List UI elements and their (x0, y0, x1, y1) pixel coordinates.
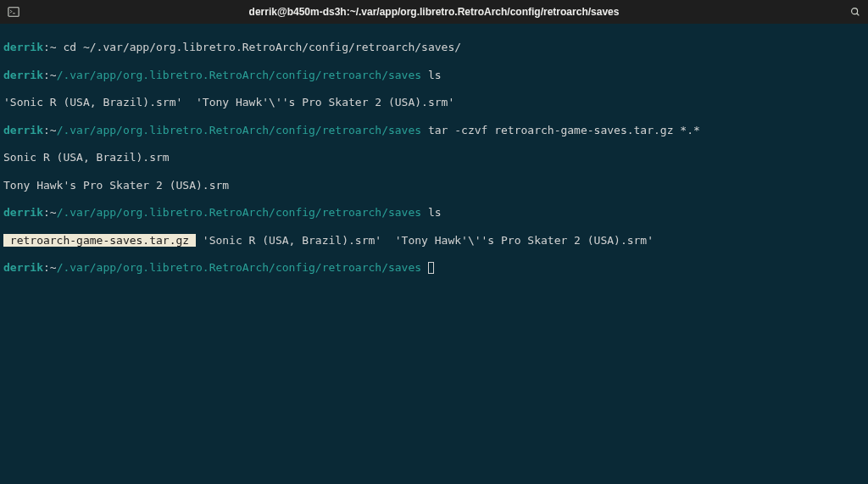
prompt-path: /.var/app/org.libretro.RetroArch/config/… (57, 124, 421, 136)
prompt-user: derrik (3, 41, 43, 53)
command-text: ls (421, 69, 441, 81)
svg-line-3 (857, 14, 860, 16)
svg-rect-0 (8, 8, 19, 17)
prompt-path: /.var/app/org.libretro.RetroArch/config/… (57, 206, 421, 219)
window-titlebar: derrik@b450m-ds3h:~/.var/app/org.libretr… (0, 0, 868, 24)
svg-point-2 (852, 8, 858, 14)
prompt-colon: : (43, 206, 50, 219)
prompt-tilde: ~ (50, 261, 57, 274)
terminal-line: derrik:~ cd ~/.var/app/org.libretro.Retr… (3, 41, 865, 54)
search-icon[interactable] (849, 6, 861, 18)
terminal-line: derrik:~/.var/app/org.libretro.RetroArch… (3, 124, 865, 137)
terminal-line: retroarch-game-saves.tar.gz 'Sonic R (US… (3, 234, 865, 248)
terminal-line: Tony Hawk's Pro Skater 2 (USA).srm (3, 179, 865, 192)
window-title: derrik@b450m-ds3h:~/.var/app/org.libretr… (249, 6, 620, 18)
prompt-path: /.var/app/org.libretro.RetroArch/config/… (57, 69, 421, 81)
terminal-line: 'Sonic R (USA, Brazil).srm' 'Tony Hawk'\… (3, 96, 865, 109)
terminal-line: derrik:~/.var/app/org.libretro.RetroArch… (3, 261, 865, 275)
terminal-output[interactable]: derrik:~ cd ~/.var/app/org.libretro.Retr… (0, 24, 868, 292)
prompt-colon: : (43, 261, 50, 274)
prompt-user: derrik (3, 261, 43, 274)
terminal-line: derrik:~/.var/app/org.libretro.RetroArch… (3, 206, 865, 220)
prompt-tilde: ~ (50, 124, 57, 136)
prompt-path: /.var/app/org.libretro.RetroArch/config/… (57, 261, 421, 274)
prompt-tilde: ~ (50, 69, 57, 81)
command-text: tar -czvf retroarch-game-saves.tar.gz *.… (421, 124, 700, 136)
cursor (428, 262, 434, 274)
prompt-colon: : (43, 69, 50, 81)
command-text (421, 261, 428, 274)
prompt-colon: : (43, 124, 50, 136)
prompt-user: derrik (3, 69, 43, 81)
titlebar-right-controls (849, 6, 861, 18)
terminal-line: Sonic R (USA, Brazil).srm (3, 151, 865, 164)
ls-output: 'Sonic R (USA, Brazil).srm' 'Tony Hawk'\… (203, 234, 654, 247)
terminal-line: derrik:~/.var/app/org.libretro.RetroArch… (3, 69, 865, 82)
command-text: ls (421, 206, 441, 219)
terminal-icon (7, 5, 20, 19)
prompt-user: derrik (3, 124, 43, 136)
prompt-user: derrik (3, 206, 43, 219)
ls-highlighted-file: retroarch-game-saves.tar.gz (3, 234, 196, 247)
command-text: cd ~/.var/app/org.libretro.RetroArch/con… (57, 41, 461, 53)
prompt-tilde: ~ (50, 41, 57, 53)
prompt-colon: : (43, 41, 50, 53)
prompt-tilde: ~ (50, 206, 57, 219)
